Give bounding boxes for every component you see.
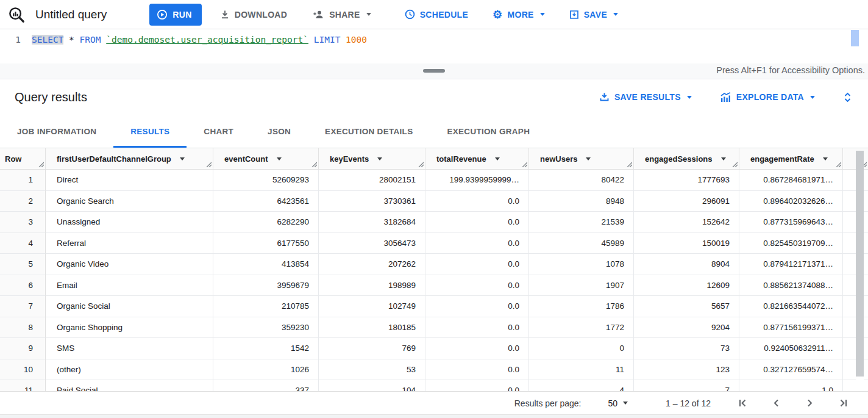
- first-page-button[interactable]: [738, 398, 748, 408]
- table-row[interactable]: 4Referral617755030564730.0459891500190.8…: [0, 233, 868, 254]
- sort-caret-icon[interactable]: [823, 157, 828, 160]
- column-header-row[interactable]: Row: [0, 148, 46, 169]
- person-add-icon: [313, 10, 324, 20]
- sql-limit-keyword: LIMIT: [308, 35, 346, 45]
- row-number-cell: 4: [0, 233, 46, 254]
- previous-page-button[interactable]: [771, 398, 781, 408]
- table-cell: Referral: [46, 233, 213, 254]
- table-row[interactable]: 11Paid Social3371040.0471.0: [0, 380, 868, 391]
- table-reference-link[interactable]: `demo.demoset.user_acquisition_report`: [106, 35, 308, 45]
- expand-results-button[interactable]: [843, 92, 852, 103]
- clock-icon: [405, 9, 415, 20]
- explore-data-button[interactable]: EXPLORE DATA: [720, 92, 815, 103]
- tab-job-information[interactable]: JOB INFORMATION: [0, 115, 113, 148]
- chevron-down-icon: [687, 96, 692, 99]
- tab-chart[interactable]: CHART: [187, 115, 251, 148]
- table-cell: 198989: [319, 275, 425, 297]
- table-cell: 0.877315969643…: [739, 212, 843, 233]
- column-header-engagedSessions[interactable]: engagedSessions: [634, 148, 739, 169]
- sort-caret-icon[interactable]: [377, 157, 382, 160]
- table-row[interactable]: 2Organic Search642356137303610.089482960…: [0, 191, 868, 212]
- sort-caret-icon[interactable]: [495, 157, 500, 160]
- sql-from-keyword: FROM: [80, 35, 101, 45]
- drag-handle[interactable]: [423, 69, 445, 73]
- last-page-button[interactable]: [838, 398, 848, 408]
- table-row[interactable]: 8Organic Shopping3592301801850.017729204…: [0, 317, 868, 339]
- row-number-cell: 1: [0, 170, 46, 191]
- page-size-select[interactable]: 50: [608, 398, 628, 408]
- table-header-row: Row firstUserDefaultChannelGroup eventCo…: [0, 148, 868, 170]
- column-resize-grip-icon[interactable]: [206, 162, 212, 167]
- next-page-button[interactable]: [805, 398, 815, 408]
- tab-json[interactable]: JSON: [251, 115, 308, 148]
- sql-star: *: [63, 35, 79, 45]
- table-cell: 6282290: [213, 212, 319, 233]
- table-cell: 123: [634, 359, 739, 381]
- column-label: engagedSessions: [645, 154, 713, 164]
- column-label: newUsers: [540, 154, 577, 164]
- table-cell: 21539: [529, 212, 634, 233]
- column-header-engagementRate[interactable]: engagementRate: [739, 148, 843, 169]
- column-resize-grip-icon[interactable]: [836, 162, 841, 167]
- sql-code-line[interactable]: 1 SELECT * FROM `demo.demoset.user_acqui…: [0, 29, 868, 45]
- column-header-totalRevenue[interactable]: totalRevenue: [425, 148, 529, 169]
- table-cell: 73: [634, 338, 739, 359]
- table-cell: Organic Social: [46, 296, 213, 317]
- table-row[interactable]: 6Email39596791989890.01907126090.8856213…: [0, 275, 868, 297]
- sort-caret-icon[interactable]: [586, 157, 591, 160]
- table-cell: 199.9399959999…: [425, 170, 529, 191]
- column-label: eventCount: [224, 154, 268, 164]
- download-button[interactable]: DOWNLOAD: [220, 10, 287, 20]
- run-button[interactable]: RUN: [149, 4, 202, 26]
- save-results-button[interactable]: SAVE RESULTS: [599, 92, 692, 102]
- column-header-firstUserDefaultChannelGroup[interactable]: firstUserDefaultChannelGroup: [46, 148, 213, 169]
- table-cell: Direct: [46, 170, 213, 191]
- share-button[interactable]: SHARE: [313, 10, 371, 20]
- sql-editor[interactable]: 1 SELECT * FROM `demo.demoset.user_acqui…: [0, 29, 868, 63]
- table-cell: 0.0: [425, 212, 529, 233]
- column-resize-grip-icon[interactable]: [732, 162, 738, 167]
- query-results-header: Query results SAVE RESULTS EXPLORE D: [0, 79, 868, 115]
- editor-scrollbar-thumb[interactable]: [851, 30, 859, 46]
- table-row[interactable]: 5Organic Video4138542072620.0107889040.8…: [0, 254, 868, 275]
- column-resize-grip-icon[interactable]: [38, 162, 44, 167]
- sort-caret-icon[interactable]: [277, 157, 282, 160]
- column-header-keyEvents[interactable]: keyEvents: [319, 148, 425, 169]
- tab-execution-graph[interactable]: EXECUTION GRAPH: [430, 115, 547, 148]
- tab-results[interactable]: RESULTS: [113, 115, 187, 148]
- sort-caret-icon[interactable]: [721, 157, 726, 160]
- table-cell: 45989: [529, 233, 634, 254]
- table-cell: 4: [529, 380, 634, 391]
- schedule-button[interactable]: SCHEDULE: [405, 9, 468, 20]
- query-toolbar: Untitled query RUN DOWNLOAD SHARE: [0, 0, 868, 29]
- table-row[interactable]: 7Organic Social2107851027490.0178656570.…: [0, 296, 868, 317]
- column-resize-grip-icon[interactable]: [418, 162, 424, 167]
- column-header-eventCount[interactable]: eventCount: [213, 148, 319, 169]
- tab-execution-details[interactable]: EXECUTION DETAILS: [308, 115, 430, 148]
- table-cell: 210785: [213, 296, 319, 317]
- explore-data-label: EXPLORE DATA: [736, 92, 804, 102]
- column-resize-grip-icon[interactable]: [522, 162, 527, 167]
- row-number-cell: 2: [0, 191, 46, 212]
- column-header-newUsers[interactable]: newUsers: [529, 148, 634, 169]
- results-tab-bar: JOB INFORMATION RESULTS CHART JSON EXECU…: [0, 115, 868, 148]
- chevron-down-icon: [810, 96, 815, 99]
- table-scrollbar[interactable]: [856, 151, 864, 387]
- save-button-label: SAVE: [584, 10, 607, 20]
- table-cell: 6423561: [213, 191, 319, 212]
- bigquery-results-page: Untitled query RUN DOWNLOAD SHARE: [0, 0, 868, 418]
- sort-caret-icon[interactable]: [180, 157, 185, 160]
- unfold-more-icon: [843, 92, 852, 103]
- table-row[interactable]: 9SMS15427690.00730.924050632911…: [0, 338, 868, 359]
- sql-code[interactable]: SELECT * FROM `demo.demoset.user_acquisi…: [29, 35, 367, 45]
- more-button[interactable]: ⚙ MORE: [493, 9, 545, 20]
- table-row[interactable]: 3Unassigned628229031826840.0215391526420…: [0, 212, 868, 233]
- table-row[interactable]: 10(other)1026530.0111230.327127659574…: [0, 359, 868, 381]
- table-scrollbar-thumb[interactable]: [856, 151, 864, 377]
- table-cell: 359230: [213, 317, 319, 339]
- column-resize-grip-icon[interactable]: [311, 162, 317, 167]
- table-cell: 0.0: [425, 359, 529, 381]
- table-row[interactable]: 1Direct5260929328002151199.9399959999…80…: [0, 170, 868, 191]
- save-button[interactable]: SAVE: [569, 10, 618, 20]
- column-resize-grip-icon[interactable]: [627, 162, 632, 167]
